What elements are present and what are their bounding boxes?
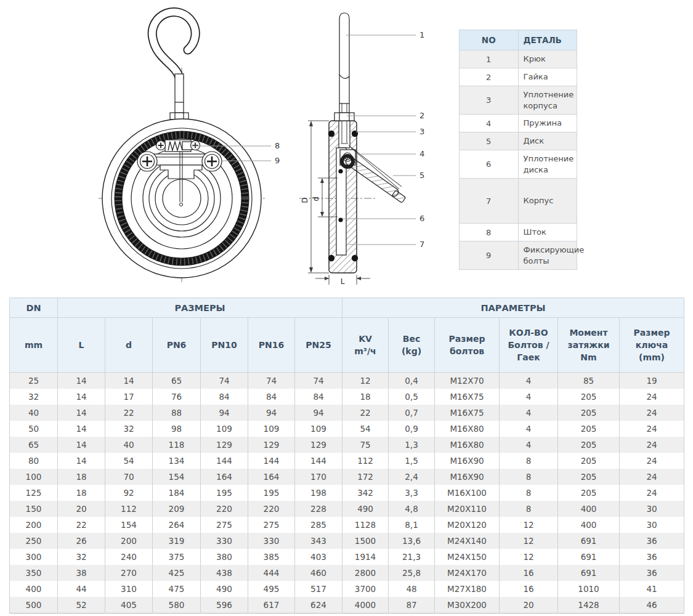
- dim-cell: 205: [558, 485, 620, 501]
- dim-cell: 18: [58, 469, 105, 485]
- parts-header-detail: ДЕТАЛЬ: [518, 30, 577, 51]
- header-wrench: Размер ключа (mm): [620, 318, 684, 373]
- callout-4: 4: [419, 149, 424, 158]
- parts-table-row: 5Диск: [460, 132, 577, 150]
- dim-cell: 129: [295, 437, 342, 453]
- dim-table-row: 10018701541641641701722,4M16X90820524: [10, 469, 684, 485]
- dim-cell: 220: [248, 501, 295, 517]
- dim-cell: 32: [10, 389, 58, 405]
- dim-cell: 275: [248, 517, 295, 533]
- valve-side-view: [299, 13, 416, 285]
- dim-cell: 403: [295, 549, 342, 565]
- dim-cell: 24: [620, 421, 684, 437]
- part-number-cell: 1: [460, 51, 519, 68]
- dim-cell: 98: [153, 421, 201, 437]
- dim-cell: 84: [295, 389, 342, 405]
- dim-cell: 0,7: [389, 405, 435, 421]
- dim-table-row: 651440118129129129751,3M16X80420524: [10, 437, 684, 453]
- dim-cell: 205: [558, 437, 620, 453]
- dim-table-row: 40044310475490495517370048M27X1801610104…: [10, 581, 684, 597]
- dim-cell: 240: [105, 549, 153, 565]
- dim-cell: 270: [105, 565, 153, 581]
- dim-cell: 52: [58, 597, 105, 614]
- dim-cell: 13,6: [389, 533, 435, 549]
- dim-cell: 32: [58, 549, 105, 565]
- dim-table-row: 32141776848484180,5M16X75420524: [10, 389, 684, 405]
- parts-table-row: 3Уплотнение корпуса: [460, 86, 577, 115]
- dim-cell: 4000: [342, 597, 389, 614]
- dim-cell: 30: [620, 517, 684, 533]
- callout-9: 9: [275, 156, 280, 165]
- dim-cell: 65: [153, 373, 201, 389]
- dim-cell: 109: [295, 421, 342, 437]
- dim-cell: 25,8: [389, 565, 435, 581]
- dim-cell: 250: [10, 533, 58, 549]
- dim-cell: 84: [248, 389, 295, 405]
- dim-cell: 22: [58, 517, 105, 533]
- dim-cell: 94: [295, 405, 342, 421]
- dim-cell: 50: [10, 421, 58, 437]
- dim-cell: 76: [153, 389, 201, 405]
- parts-legend-table: NO ДЕТАЛЬ 1Крюк2Гайка3Уплотнение корпуса…: [459, 30, 577, 270]
- dim-cell: 144: [295, 453, 342, 469]
- dim-cell: 32: [105, 421, 153, 437]
- part-name-cell: Фиксирующие болты: [518, 241, 577, 270]
- header-bolt-size: Размер болтов: [435, 318, 500, 373]
- dim-cell: 129: [248, 437, 295, 453]
- dim-cell: 154: [105, 517, 153, 533]
- dim-cell: 18: [58, 485, 105, 501]
- dim-cell: 691: [558, 565, 620, 581]
- dim-cell: 319: [153, 533, 201, 549]
- dim-cell: 4: [500, 421, 558, 437]
- dim-cell: 118: [153, 437, 201, 453]
- dim-cell: 4: [500, 437, 558, 453]
- dim-cell: 65: [10, 437, 58, 453]
- dim-cell: M30X200: [435, 597, 500, 614]
- dim-cell: 400: [558, 501, 620, 517]
- dim-cell: M16X100: [435, 485, 500, 501]
- dim-cell: 24: [620, 485, 684, 501]
- parts-table-row: 6Уплотнение диска: [460, 150, 577, 179]
- header-weight: Вес (kg): [389, 318, 435, 373]
- dim-cell: 1010: [558, 581, 620, 597]
- dim-label-L: L: [341, 277, 345, 286]
- dim-cell: 330: [248, 533, 295, 549]
- dim-cell: 1914: [342, 549, 389, 565]
- dim-cell: 580: [153, 597, 201, 614]
- dim-cell: 380: [201, 549, 248, 565]
- dim-cell: 14: [58, 373, 105, 389]
- dim-cell: 596: [201, 597, 248, 614]
- dim-table-row: 30032240375380385403191421,3M24X15012691…: [10, 549, 684, 565]
- dim-cell: 8: [500, 501, 558, 517]
- dim-cell: 1428: [558, 597, 620, 614]
- callout-7: 7: [419, 240, 424, 249]
- dim-cell: 209: [153, 501, 201, 517]
- dim-cell: 184: [153, 485, 201, 501]
- dim-cell: 24: [620, 437, 684, 453]
- dim-cell: 40: [105, 437, 153, 453]
- parts-table-row: 7Корпус: [460, 179, 577, 224]
- dim-cell: M16X80: [435, 437, 500, 453]
- dimensions-table: DN РАЗМЕРЫ ПАРАМЕТРЫ mm L d PN6 PN10 PN1…: [9, 298, 684, 614]
- dim-cell: 125: [10, 485, 58, 501]
- dim-cell: 74: [201, 373, 248, 389]
- dim-table-row: 12518921841951951983423,3M16X100820524: [10, 485, 684, 501]
- dim-cell: 36: [620, 533, 684, 549]
- dim-cell: 517: [295, 581, 342, 597]
- dim-cell: 92: [105, 485, 153, 501]
- dim-cell: M24X150: [435, 549, 500, 565]
- dim-cell: 109: [201, 421, 248, 437]
- dim-cell: 46: [620, 597, 684, 614]
- valve-front-view: [99, 12, 271, 282]
- dim-cell: M16X90: [435, 453, 500, 469]
- dim-cell: 36: [620, 549, 684, 565]
- dim-cell: 12: [500, 517, 558, 533]
- dim-cell: 30: [620, 501, 684, 517]
- dim-cell: M24X140: [435, 533, 500, 549]
- dim-cell: 129: [201, 437, 248, 453]
- dim-cell: 88: [153, 405, 201, 421]
- dim-cell: 24: [620, 453, 684, 469]
- dim-cell: 4: [500, 389, 558, 405]
- part-number-cell: 2: [460, 68, 519, 86]
- header-sizes-group: РАЗМЕРЫ: [58, 298, 342, 318]
